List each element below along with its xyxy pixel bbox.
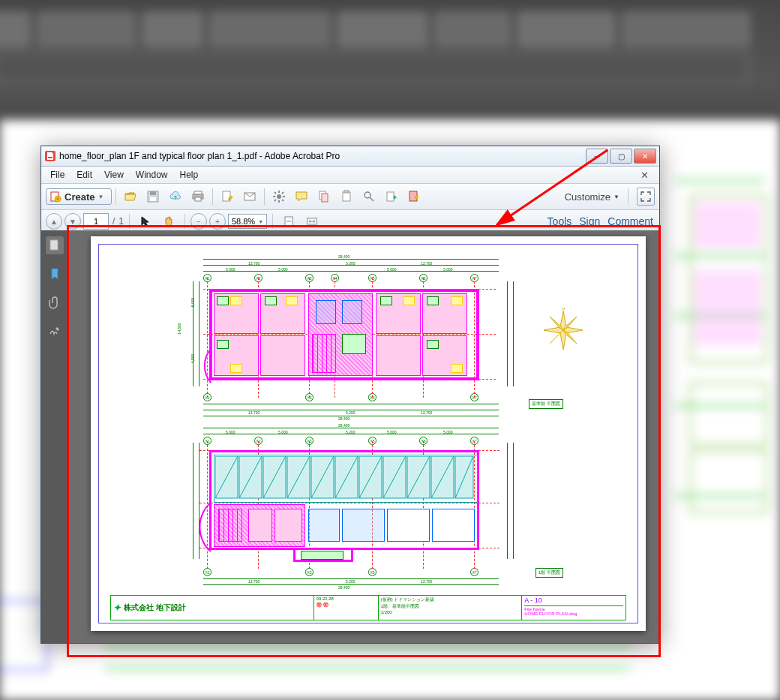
maximize-button[interactable]: ▢ [610, 149, 632, 164]
menu-view[interactable]: View [98, 168, 130, 182]
company-logo-icon: ✦ [113, 602, 121, 613]
cloud-upload-icon [169, 190, 182, 203]
svg-rect-23 [343, 192, 350, 201]
pdf-edit-icon [407, 190, 421, 203]
tools-pane[interactable]: Tools [548, 215, 572, 227]
printer-icon [191, 190, 205, 203]
attachments-button[interactable] [46, 293, 64, 311]
gear-icon [272, 190, 286, 203]
page-thumbnails-icon [48, 239, 62, 252]
svg-rect-27 [387, 192, 394, 201]
email-button[interactable] [239, 188, 260, 206]
create-button[interactable]: Create ▼ [46, 188, 112, 205]
navigation-pane [41, 230, 68, 643]
prev-page-button[interactable]: ▲ [46, 213, 62, 230]
paperclip-icon [48, 296, 62, 309]
menu-file[interactable]: File [44, 168, 70, 182]
zoom-out-button[interactable]: − [190, 213, 207, 230]
zoom-level[interactable]: 58.8%▼ [228, 214, 267, 229]
print-button[interactable] [188, 188, 208, 206]
zoom-value: 58.8% [232, 217, 255, 226]
approval-stamp: ㊞ ㊞ [316, 601, 376, 608]
open-button[interactable] [120, 188, 141, 206]
export-button[interactable] [381, 188, 402, 206]
comment-pane[interactable]: Comment [608, 215, 653, 227]
page-slash: / [111, 216, 116, 227]
title-block: ✦ 株式会社 地下設計 09.22.28 ㊞ ㊞ (仮称) ドドマンション新築 … [110, 595, 626, 620]
drawing-scale: 1/200 [381, 610, 520, 614]
pdf-icon [44, 150, 56, 162]
svg-rect-31 [50, 240, 58, 250]
search-button[interactable] [358, 188, 380, 206]
settings-button[interactable] [268, 188, 290, 206]
save-icon [146, 190, 160, 203]
svg-point-25 [364, 192, 370, 198]
create-label: Create [64, 191, 94, 203]
window-controls: ─ ▢ ✕ [584, 149, 656, 164]
main-toolbar: Create ▼ Customize ▼ [41, 184, 659, 210]
close-button[interactable]: ✕ [634, 149, 656, 164]
page-total: 1 [118, 216, 124, 227]
comment-button[interactable] [291, 188, 312, 206]
thumbnails-button[interactable] [46, 236, 64, 254]
svg-point-12 [277, 194, 281, 199]
share-file-icon [317, 190, 331, 203]
sheet-number: A - 10 [524, 596, 623, 604]
menu-window[interactable]: Window [130, 168, 174, 182]
dropdown-icon: ▼ [98, 194, 104, 200]
window-title: home_floor_plan 1F and typical floor pla… [59, 151, 584, 161]
close-doc-button[interactable]: ✕ [634, 168, 655, 182]
fit-page-button[interactable] [278, 212, 299, 230]
menu-edit[interactable]: Edit [70, 168, 98, 182]
customize-label: Customize [565, 191, 610, 203]
pdf-page: 28,400 13,700 5,200 13,700 5,000 5,000 5… [91, 236, 646, 631]
file-name: HOME FLOOR PLAN.dwg [524, 611, 577, 616]
fit-width-button[interactable] [302, 212, 322, 230]
svg-line-19 [274, 200, 276, 201]
speech-bubble-icon [295, 190, 308, 203]
document-viewport[interactable]: 28,400 13,700 5,200 13,700 5,000 5,000 5… [68, 230, 659, 643]
select-tool-button[interactable] [135, 212, 156, 230]
hand-tool-button[interactable] [158, 212, 179, 230]
customize-button[interactable]: Customize ▼ [560, 190, 624, 204]
titlebar[interactable]: home_floor_plan 1F and typical floor pla… [41, 146, 659, 167]
folder-open-icon [124, 190, 137, 203]
project-name: (仮称) ドドマンション新築 [381, 596, 520, 603]
edit-text-button[interactable] [217, 188, 238, 206]
menu-help[interactable]: Help [174, 168, 205, 182]
save-button[interactable] [142, 188, 164, 206]
sign-pane[interactable]: Sign [579, 215, 600, 227]
bookmark-icon [48, 267, 62, 281]
svg-rect-9 [195, 197, 201, 201]
svg-rect-24 [344, 191, 349, 193]
stamp-button[interactable] [336, 188, 357, 206]
dropdown-icon: ▼ [614, 194, 620, 200]
signatures-button[interactable] [46, 322, 64, 340]
clipboard-icon [340, 190, 353, 203]
share-button[interactable] [314, 188, 334, 206]
export-icon [385, 190, 398, 203]
bookmarks-button[interactable] [46, 265, 64, 283]
edit-pdf-button[interactable] [404, 188, 424, 206]
svg-rect-5 [150, 191, 156, 195]
search-icon [362, 190, 376, 203]
svg-rect-22 [322, 194, 328, 202]
fit-width-icon [306, 215, 318, 227]
cloud-button[interactable] [165, 188, 186, 206]
company-name: 株式会社 地下設計 [124, 602, 186, 613]
svg-rect-7 [194, 191, 202, 194]
signature-icon [48, 324, 62, 338]
edit-page-icon [220, 190, 234, 203]
svg-line-26 [370, 197, 374, 201]
fit-page-icon [283, 215, 295, 227]
minimize-button[interactable]: ─ [586, 149, 608, 164]
expand-icon [640, 191, 651, 202]
create-pdf-icon [50, 191, 62, 203]
zoom-in-button[interactable]: + [209, 213, 226, 230]
svg-rect-1 [48, 157, 52, 158]
first-floor-plan: 28,400 5,000 5,000 5,200 5,000 5,000 13,… [196, 428, 511, 585]
svg-text:N: N [562, 308, 565, 311]
reading-mode-button[interactable] [637, 188, 655, 206]
page-number-input[interactable] [83, 213, 109, 230]
next-page-button[interactable]: ▼ [64, 213, 81, 230]
